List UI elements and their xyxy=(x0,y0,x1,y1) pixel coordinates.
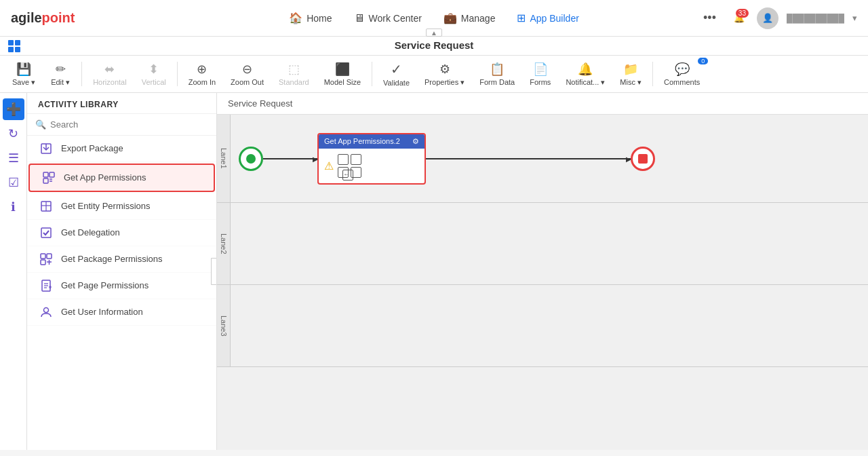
node-body: ⚠ ← xyxy=(319,149,425,183)
properties-label: Properties ▾ xyxy=(425,78,465,87)
side-refresh-button[interactable]: ↻ xyxy=(3,123,24,145)
nav-home[interactable]: 🏠 Home xyxy=(279,7,341,28)
appbuilder-icon: ⊞ xyxy=(517,12,526,24)
misc-button[interactable]: 📁 Misc ▾ xyxy=(613,59,648,90)
get-user-information-label: Get User Information xyxy=(61,307,143,318)
get-app-permissions-label: Get App Permissions xyxy=(64,172,146,184)
arrow-1 xyxy=(263,158,317,159)
notifications-toolbar-button[interactable]: 🔔 Notificat... ▾ xyxy=(559,59,612,90)
svg-rect-9 xyxy=(41,254,45,259)
nav-workcenter[interactable]: 🖥 Work Center xyxy=(344,8,431,28)
canvas-content: Lane1 Get App Permissions.2 ⚙ xyxy=(217,115,868,447)
get-page-permissions-label: Get Page Permissions xyxy=(61,280,149,292)
svg-rect-10 xyxy=(47,254,52,259)
lane-2-label: Lane2 xyxy=(217,203,231,284)
grid-item-3: ← xyxy=(338,167,349,178)
get-delegation-label: Get Delegation xyxy=(61,227,120,239)
standard-label: Standard xyxy=(279,78,309,86)
workflow-node[interactable]: Get App Permissions.2 ⚙ ⚠ ← xyxy=(317,133,426,185)
more-button[interactable]: ••• xyxy=(698,8,722,28)
nav-right: ••• 🔔 33 👤 ██████████ ▾ xyxy=(698,7,857,29)
save-button[interactable]: 💾 Save ▾ xyxy=(5,59,42,90)
lane-2: Lane2 xyxy=(217,203,868,285)
check-icon: ☑ xyxy=(8,175,19,190)
canvas-title: Service Request xyxy=(217,93,868,115)
workflow-start[interactable] xyxy=(239,147,263,171)
grid-item-1 xyxy=(338,154,349,165)
toolbar-separator-2 xyxy=(177,62,178,86)
validate-button[interactable]: ✓ Validate xyxy=(376,58,416,90)
warning-icon: ⚠ xyxy=(324,159,334,172)
form-data-icon: 📋 xyxy=(490,62,505,77)
avatar-icon: 👤 xyxy=(762,13,773,23)
misc-icon: 📁 xyxy=(623,62,638,77)
workflow-end[interactable] xyxy=(631,147,655,171)
apps-grid-button[interactable] xyxy=(8,40,20,52)
standard-button: ⬚ Standard xyxy=(272,59,316,89)
nav-appbuilder[interactable]: ⊞ App Builder xyxy=(507,7,588,28)
arrow-2 xyxy=(426,158,631,159)
list-item[interactable]: Get User Information xyxy=(27,299,216,326)
toolbar-separator-1 xyxy=(81,62,82,86)
standard-icon: ⬚ xyxy=(288,62,300,77)
forms-button[interactable]: 📄 Forms xyxy=(523,59,557,89)
toolbar-separator-4 xyxy=(652,62,653,86)
form-data-label: Form Data xyxy=(479,78,515,86)
collapse-button[interactable]: ▲ xyxy=(426,28,442,37)
svg-rect-11 xyxy=(41,260,45,265)
node-icon-grid: ← xyxy=(338,154,361,178)
nav-home-label: Home xyxy=(307,13,332,24)
svg-rect-2 xyxy=(43,172,48,177)
edit-label: Edit ▾ xyxy=(51,78,70,87)
nav-manage[interactable]: 💼 Manage xyxy=(434,7,505,28)
list-item[interactable]: Get Delegation xyxy=(27,220,216,246)
export-package-label: Export Package xyxy=(61,143,123,155)
canvas-area: Service Request Lane1 Get App Permission… xyxy=(217,93,868,450)
notif-toolbar-label: Notificat... ▾ xyxy=(566,78,605,87)
form-data-button[interactable]: 📋 Form Data xyxy=(473,59,521,89)
search-input[interactable] xyxy=(50,119,208,130)
zoom-out-icon: ⊖ xyxy=(242,62,252,77)
manage-icon: 💼 xyxy=(443,12,457,24)
list-item[interactable]: Export Package xyxy=(27,136,216,162)
side-icon-bar: ➕ ↻ ☰ ☑ ℹ xyxy=(0,93,27,450)
vertical-button: ⬍ Vertical xyxy=(135,59,173,89)
edit-button[interactable]: ✏ Edit ▾ xyxy=(43,59,77,90)
get-delegation-icon xyxy=(38,227,54,239)
nav-workcenter-label: Work Center xyxy=(369,13,422,24)
workcenter-icon: 🖥 xyxy=(354,12,365,24)
forms-icon: 📄 xyxy=(533,62,548,77)
notifications-button[interactable]: 🔔 33 xyxy=(730,9,749,27)
lane-1: Lane1 Get App Permissions.2 ⚙ xyxy=(217,115,868,203)
get-page-permissions-icon xyxy=(38,280,54,292)
model-size-icon: ⬛ xyxy=(335,62,350,77)
side-add-button[interactable]: ➕ xyxy=(3,98,24,120)
logo[interactable]: agilepoint xyxy=(11,10,75,26)
properties-button[interactable]: ⚙ Properties ▾ xyxy=(418,59,471,90)
list-item[interactable]: Get Entity Permissions xyxy=(27,193,216,220)
user-dropdown-icon[interactable]: ▾ xyxy=(852,13,857,23)
forms-label: Forms xyxy=(530,78,551,86)
side-info-button[interactable]: ℹ xyxy=(3,196,24,218)
comments-button[interactable]: 💬 Comments 0 xyxy=(657,59,707,89)
side-list-button[interactable]: ☰ xyxy=(3,147,24,169)
collapse-library-button[interactable]: ‹ xyxy=(211,258,217,285)
node-settings-icon[interactable]: ⚙ xyxy=(412,137,419,146)
list-item[interactable]: Get App Permissions xyxy=(28,164,215,192)
lane-1-content: Get App Permissions.2 ⚙ ⚠ ← xyxy=(231,115,868,202)
side-check-button[interactable]: ☑ xyxy=(3,172,24,193)
toolbar: 💾 Save ▾ ✏ Edit ▾ ⬌ Horizontal ⬍ Vertica… xyxy=(0,56,868,93)
refresh-icon: ↻ xyxy=(8,126,18,141)
svg-rect-8 xyxy=(41,228,51,238)
zoom-out-label: Zoom Out xyxy=(231,78,264,86)
list-item[interactable]: Get Page Permissions xyxy=(27,273,216,299)
search-area: 🔍 xyxy=(27,114,216,136)
zoom-out-button[interactable]: ⊖ Zoom Out xyxy=(224,59,271,89)
library-header: ACTIVITY LIBRARY xyxy=(27,93,216,114)
start-inner xyxy=(246,154,256,164)
user-avatar: 👤 xyxy=(757,7,778,29)
zoom-in-button[interactable]: ⊕ Zoom In xyxy=(182,59,222,89)
grid-item-2 xyxy=(351,154,361,165)
list-item[interactable]: Get Package Permissions xyxy=(27,246,216,273)
model-size-button[interactable]: ⬛ Model Size xyxy=(317,59,368,89)
